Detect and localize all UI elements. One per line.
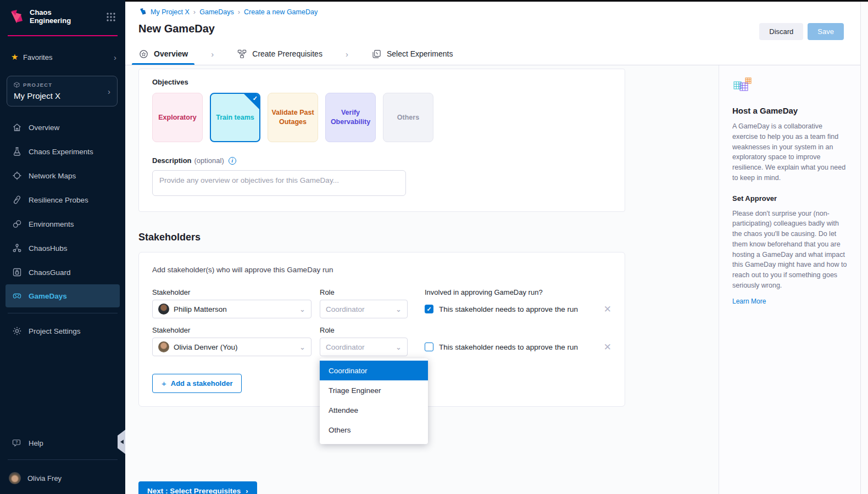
help-panel: Host a GameDay A GameDay is a collaborat… — [719, 65, 860, 494]
chevron-right-icon: › — [246, 487, 248, 494]
sidebar-item-chaoshubs[interactable]: ChaosHubs — [0, 236, 125, 260]
overview-tab-icon — [138, 49, 149, 59]
caret-down-icon: ⌄ — [396, 305, 402, 313]
help-body: Please don't surprise your (non-particip… — [732, 209, 847, 291]
experiments-tab-icon — [371, 49, 382, 59]
sidebar-item-gamedays[interactable]: GameDays — [5, 284, 120, 307]
star-icon: ★ — [11, 52, 23, 62]
network-icon — [12, 171, 22, 181]
sidebar-item-help[interactable]: ? Help — [0, 432, 125, 454]
sidebar-item-environments[interactable]: Environments — [0, 212, 125, 236]
approve-check-row-2: This stakeholder needs to approve the ru… — [416, 343, 590, 351]
hub-icon — [12, 243, 22, 253]
stakeholder-row-labels: Stakeholder Role Involved in approving G… — [152, 288, 611, 296]
tab-create-prerequisites[interactable]: Create Prerequisites — [237, 43, 322, 65]
breadcrumb-project[interactable]: My Project X — [151, 8, 190, 16]
home-icon — [12, 122, 22, 132]
user-profile[interactable]: Olivia Frey — [0, 465, 125, 494]
flask-icon — [12, 147, 22, 156]
tab-overview[interactable]: Overview — [138, 43, 188, 65]
cube-icon — [14, 82, 20, 88]
remove-stakeholder-icon-1[interactable]: ✕ — [598, 305, 611, 314]
header-actions: Discard Save — [759, 23, 844, 40]
project-name: My Project X — [14, 91, 108, 100]
brand-underline — [8, 35, 118, 36]
remove-stakeholder-icon-2[interactable]: ✕ — [598, 343, 611, 352]
main-area: My Project X › GameDays › Create a new G… — [125, 0, 868, 494]
sidebar-item-favorites[interactable]: ★ Favorites › — [0, 50, 125, 64]
gameday-cubes-icon — [732, 77, 754, 97]
objectives-label: Objectives — [152, 78, 611, 86]
save-button[interactable]: Save — [808, 23, 844, 40]
chevron-right-icon: › — [346, 49, 348, 59]
objective-train-teams[interactable]: Train teams ✓ — [210, 93, 260, 142]
sidebar-spacer — [0, 343, 125, 432]
approve-checkbox-2[interactable] — [425, 343, 433, 351]
description-label-row: Description (optional) i — [152, 156, 611, 165]
stakeholder-select-2[interactable]: Olivia Denver (You) ⌄ — [152, 338, 311, 356]
info-icon[interactable]: i — [229, 157, 236, 165]
role-option-coordinator[interactable]: Coordinator — [320, 361, 428, 380]
role-option-triage-engineer[interactable]: Triage Engineer — [320, 380, 428, 400]
selected-check-icon: ✓ — [244, 94, 259, 109]
description-label: Description — [152, 156, 192, 165]
stakeholders-title: Stakeholders — [138, 232, 719, 243]
objective-others[interactable]: Others — [383, 93, 433, 142]
prerequisites-tab-icon — [237, 49, 247, 59]
chevron-right-icon: › — [108, 87, 110, 96]
objective-validate-past-outages[interactable]: Validate Past Outages — [268, 93, 318, 142]
caret-down-icon: ⌄ — [299, 343, 305, 351]
stakeholders-intro: Add stakeholder(s) who will approve this… — [152, 266, 611, 274]
next-button[interactable]: Next : Select Prerequisites › — [138, 481, 257, 494]
wizard-tabbar: Overview › Create Prerequisites › Select… — [125, 43, 868, 65]
objectives-card: Objectives Exploratory Train teams ✓ Val… — [138, 69, 625, 212]
chevron-right-icon: › — [193, 8, 196, 16]
learn-more-link[interactable]: Learn More — [732, 297, 766, 305]
approve-check-row-1: ✓ This stakeholder needs to approve the … — [416, 305, 590, 313]
objective-exploratory[interactable]: Exploratory — [152, 93, 203, 142]
description-input[interactable] — [152, 170, 406, 196]
favorites-label: Favorites — [23, 53, 114, 61]
gamepad-icon — [12, 291, 22, 301]
chevron-right-icon: › — [211, 49, 214, 59]
sidebar-item-network-maps[interactable]: Network Maps — [0, 164, 125, 188]
approve-checkbox-1[interactable]: ✓ — [425, 305, 433, 313]
tab-select-experiments[interactable]: Select Experiments — [371, 43, 453, 65]
environments-icon — [12, 219, 22, 229]
user-name: Olivia Frey — [27, 474, 62, 482]
sidebar-nav: Overview Chaos Experiments Network Maps … — [0, 115, 125, 307]
discard-button[interactable]: Discard — [759, 23, 803, 40]
sidebar-item-chaos-experiments[interactable]: Chaos Experiments — [0, 139, 125, 164]
probe-icon — [12, 195, 22, 205]
breadcrumb: My Project X › GameDays › Create a new G… — [138, 8, 855, 16]
page-header: My Project X › GameDays › Create a new G… — [125, 2, 868, 43]
divider — [8, 313, 118, 313]
stakeholder-avatar — [158, 341, 169, 352]
breadcrumb-current-page[interactable]: Create a new GameDay — [244, 8, 318, 16]
sidebar-item-project-settings[interactable]: Project Settings — [0, 319, 125, 343]
role-select-1[interactable]: Coordinator ⌄ — [320, 300, 408, 318]
sidebar-item-overview[interactable]: Overview — [0, 115, 125, 139]
sidebar-item-resilience-probes[interactable]: Resilience Probes — [0, 188, 125, 212]
app-grid-icon[interactable] — [105, 12, 116, 23]
sidebar: Chaos Engineering ★ Favorites › PROJECT … — [0, 0, 125, 494]
stakeholder-row: Olivia Denver (You) ⌄ Coordinator ⌄ Coor… — [152, 338, 611, 356]
role-option-attendee[interactable]: Attendee — [320, 400, 428, 420]
caret-down-icon: ⌄ — [396, 343, 402, 351]
breadcrumb-gamedays[interactable]: GameDays — [199, 8, 234, 16]
objective-verify-observability[interactable]: Verify Obervability — [325, 93, 376, 142]
sidebar-item-chaosguard[interactable]: ChaosGuard — [0, 260, 125, 284]
divider — [8, 459, 118, 460]
guard-lock-icon — [12, 267, 22, 277]
project-selector[interactable]: PROJECT My Project X › — [7, 76, 118, 106]
gear-icon — [12, 326, 22, 336]
stakeholder-select-1[interactable]: Philip Matterson ⌄ — [152, 300, 311, 318]
chaos-logo-small-icon — [138, 8, 147, 16]
help-subheading: Set Approver — [732, 194, 847, 203]
scrollbar[interactable] — [860, 2, 868, 494]
add-stakeholder-button[interactable]: + Add a stakeholder — [152, 374, 242, 393]
svg-text:?: ? — [15, 440, 18, 444]
role-select-2[interactable]: Coordinator ⌄ — [320, 338, 408, 356]
user-avatar — [9, 472, 21, 484]
role-option-others[interactable]: Others — [320, 420, 428, 440]
